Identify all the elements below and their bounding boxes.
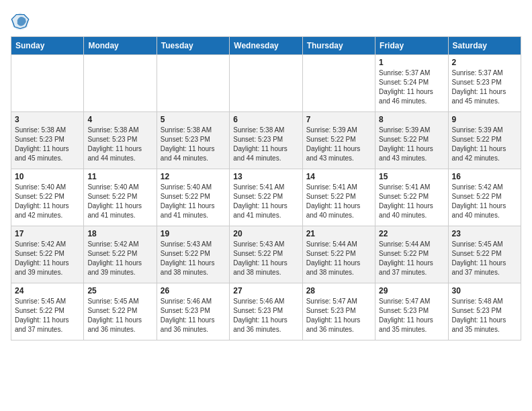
day-number: 6	[233, 115, 298, 124]
day-info: Sunrise: 5:47 AM Sunset: 5:23 PM Dayligh…	[306, 297, 371, 334]
calendar-cell: 29Sunrise: 5:47 AM Sunset: 5:23 PM Dayli…	[375, 283, 448, 340]
calendar-cell: 12Sunrise: 5:40 AM Sunset: 5:22 PM Dayli…	[157, 169, 229, 226]
day-number: 13	[233, 172, 298, 181]
day-number: 29	[379, 286, 444, 295]
calendar-cell	[302, 55, 375, 112]
day-number: 19	[161, 229, 226, 238]
calendar-cell: 4Sunrise: 5:38 AM Sunset: 5:23 PM Daylig…	[84, 112, 157, 169]
day-info: Sunrise: 5:48 AM Sunset: 5:23 PM Dayligh…	[452, 297, 517, 334]
calendar-cell: 19Sunrise: 5:43 AM Sunset: 5:22 PM Dayli…	[157, 226, 229, 283]
calendar-cell: 6Sunrise: 5:38 AM Sunset: 5:23 PM Daylig…	[230, 112, 302, 169]
day-info: Sunrise: 5:40 AM Sunset: 5:22 PM Dayligh…	[15, 183, 80, 220]
day-info: Sunrise: 5:38 AM Sunset: 5:23 PM Dayligh…	[161, 126, 226, 163]
calendar-cell: 21Sunrise: 5:44 AM Sunset: 5:22 PM Dayli…	[302, 226, 375, 283]
calendar-cell: 2Sunrise: 5:37 AM Sunset: 5:23 PM Daylig…	[448, 55, 521, 112]
weekday-header-cell: Friday	[375, 37, 448, 55]
day-info: Sunrise: 5:41 AM Sunset: 5:22 PM Dayligh…	[379, 183, 444, 220]
calendar-cell	[84, 55, 157, 112]
day-number: 24	[15, 286, 80, 295]
day-number: 25	[87, 286, 152, 295]
day-info: Sunrise: 5:39 AM Sunset: 5:22 PM Dayligh…	[452, 126, 517, 163]
day-number: 21	[306, 229, 371, 238]
calendar-cell: 27Sunrise: 5:46 AM Sunset: 5:23 PM Dayli…	[230, 283, 302, 340]
weekday-header-cell: Saturday	[448, 37, 521, 55]
logo	[11, 11, 32, 30]
day-info: Sunrise: 5:41 AM Sunset: 5:22 PM Dayligh…	[306, 183, 371, 220]
calendar-cell: 13Sunrise: 5:41 AM Sunset: 5:22 PM Dayli…	[230, 169, 302, 226]
calendar-week-row: 10Sunrise: 5:40 AM Sunset: 5:22 PM Dayli…	[11, 169, 521, 226]
calendar-cell	[230, 55, 302, 112]
day-number: 11	[87, 172, 152, 181]
calendar-cell: 17Sunrise: 5:42 AM Sunset: 5:22 PM Dayli…	[11, 226, 84, 283]
day-number: 8	[379, 115, 444, 124]
day-info: Sunrise: 5:42 AM Sunset: 5:22 PM Dayligh…	[15, 240, 80, 277]
day-info: Sunrise: 5:40 AM Sunset: 5:22 PM Dayligh…	[87, 183, 152, 220]
day-number: 1	[379, 58, 444, 67]
calendar-cell	[157, 55, 229, 112]
day-info: Sunrise: 5:38 AM Sunset: 5:23 PM Dayligh…	[233, 126, 298, 163]
calendar-cell: 11Sunrise: 5:40 AM Sunset: 5:22 PM Dayli…	[84, 169, 157, 226]
day-info: Sunrise: 5:41 AM Sunset: 5:22 PM Dayligh…	[233, 183, 298, 220]
calendar-cell: 1Sunrise: 5:37 AM Sunset: 5:24 PM Daylig…	[375, 55, 448, 112]
day-info: Sunrise: 5:40 AM Sunset: 5:22 PM Dayligh…	[161, 183, 226, 220]
day-number: 2	[452, 58, 517, 67]
calendar-cell: 5Sunrise: 5:38 AM Sunset: 5:23 PM Daylig…	[157, 112, 229, 169]
day-info: Sunrise: 5:42 AM Sunset: 5:22 PM Dayligh…	[452, 183, 517, 220]
day-number: 18	[87, 229, 152, 238]
day-info: Sunrise: 5:45 AM Sunset: 5:22 PM Dayligh…	[15, 297, 80, 334]
page-header	[11, 11, 521, 30]
calendar-table: SundayMondayTuesdayWednesdayThursdayFrid…	[11, 36, 521, 340]
day-info: Sunrise: 5:39 AM Sunset: 5:22 PM Dayligh…	[379, 126, 444, 163]
day-number: 16	[452, 172, 517, 181]
calendar-cell: 30Sunrise: 5:48 AM Sunset: 5:23 PM Dayli…	[448, 283, 521, 340]
weekday-header-cell: Sunday	[11, 37, 84, 55]
day-info: Sunrise: 5:37 AM Sunset: 5:23 PM Dayligh…	[452, 68, 517, 106]
calendar-cell: 20Sunrise: 5:43 AM Sunset: 5:22 PM Dayli…	[230, 226, 302, 283]
calendar-cell: 8Sunrise: 5:39 AM Sunset: 5:22 PM Daylig…	[375, 112, 448, 169]
day-number: 9	[452, 115, 517, 124]
day-info: Sunrise: 5:46 AM Sunset: 5:23 PM Dayligh…	[233, 297, 298, 334]
day-number: 12	[161, 172, 226, 181]
day-info: Sunrise: 5:44 AM Sunset: 5:22 PM Dayligh…	[379, 240, 444, 277]
day-number: 4	[87, 115, 152, 124]
calendar-cell: 24Sunrise: 5:45 AM Sunset: 5:22 PM Dayli…	[11, 283, 84, 340]
weekday-header-cell: Monday	[84, 37, 157, 55]
calendar-cell: 7Sunrise: 5:39 AM Sunset: 5:22 PM Daylig…	[302, 112, 375, 169]
weekday-header-cell: Thursday	[302, 37, 375, 55]
day-info: Sunrise: 5:42 AM Sunset: 5:22 PM Dayligh…	[87, 240, 152, 277]
day-info: Sunrise: 5:38 AM Sunset: 5:23 PM Dayligh…	[15, 126, 80, 163]
calendar-week-row: 17Sunrise: 5:42 AM Sunset: 5:22 PM Dayli…	[11, 226, 521, 283]
day-info: Sunrise: 5:46 AM Sunset: 5:23 PM Dayligh…	[161, 297, 226, 334]
calendar-cell: 23Sunrise: 5:45 AM Sunset: 5:22 PM Dayli…	[448, 226, 521, 283]
day-number: 30	[452, 286, 517, 295]
day-number: 14	[306, 172, 371, 181]
day-number: 23	[452, 229, 517, 238]
day-number: 27	[233, 286, 298, 295]
logo-icon	[11, 11, 30, 30]
day-number: 7	[306, 115, 371, 124]
day-number: 20	[233, 229, 298, 238]
day-info: Sunrise: 5:39 AM Sunset: 5:22 PM Dayligh…	[306, 126, 371, 163]
day-number: 10	[15, 172, 80, 181]
day-number: 3	[15, 115, 80, 124]
day-info: Sunrise: 5:44 AM Sunset: 5:22 PM Dayligh…	[306, 240, 371, 277]
weekday-header-cell: Tuesday	[157, 37, 229, 55]
weekday-header-row: SundayMondayTuesdayWednesdayThursdayFrid…	[11, 37, 521, 55]
calendar-cell	[11, 55, 84, 112]
calendar-cell: 28Sunrise: 5:47 AM Sunset: 5:23 PM Dayli…	[302, 283, 375, 340]
day-number: 22	[379, 229, 444, 238]
day-info: Sunrise: 5:37 AM Sunset: 5:24 PM Dayligh…	[379, 68, 444, 106]
calendar-week-row: 24Sunrise: 5:45 AM Sunset: 5:22 PM Dayli…	[11, 283, 521, 340]
day-info: Sunrise: 5:45 AM Sunset: 5:22 PM Dayligh…	[87, 297, 152, 334]
weekday-header-cell: Wednesday	[230, 37, 302, 55]
calendar-cell: 9Sunrise: 5:39 AM Sunset: 5:22 PM Daylig…	[448, 112, 521, 169]
calendar-week-row: 1Sunrise: 5:37 AM Sunset: 5:24 PM Daylig…	[11, 55, 521, 112]
day-info: Sunrise: 5:43 AM Sunset: 5:22 PM Dayligh…	[233, 240, 298, 277]
day-info: Sunrise: 5:47 AM Sunset: 5:23 PM Dayligh…	[379, 297, 444, 334]
day-number: 26	[161, 286, 226, 295]
calendar-cell: 3Sunrise: 5:38 AM Sunset: 5:23 PM Daylig…	[11, 112, 84, 169]
day-info: Sunrise: 5:45 AM Sunset: 5:22 PM Dayligh…	[452, 240, 517, 277]
calendar-cell: 15Sunrise: 5:41 AM Sunset: 5:22 PM Dayli…	[375, 169, 448, 226]
calendar-cell: 26Sunrise: 5:46 AM Sunset: 5:23 PM Dayli…	[157, 283, 229, 340]
calendar-cell: 10Sunrise: 5:40 AM Sunset: 5:22 PM Dayli…	[11, 169, 84, 226]
